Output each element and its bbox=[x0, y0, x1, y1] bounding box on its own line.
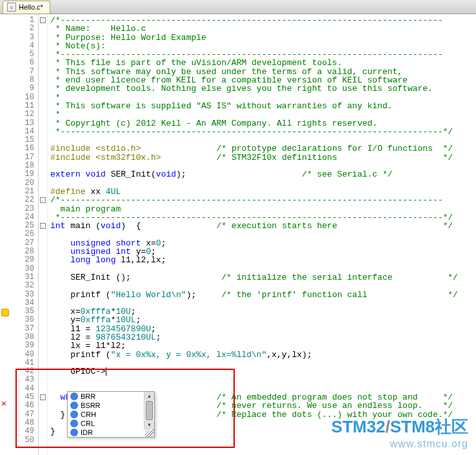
autocomplete-item[interactable]: IDR bbox=[68, 428, 154, 437]
code-editor[interactable]: 1234567891011121314151617181920212223242… bbox=[0, 14, 476, 455]
popup-scrollbar[interactable]: ▲ ▼ bbox=[144, 392, 154, 429]
scroll-up-icon[interactable]: ▲ bbox=[144, 392, 154, 400]
autocomplete-popup[interactable]: BRRBSRRCRHCRLIDR ▲ ▼ bbox=[67, 391, 155, 438]
file-tab[interactable]: c Hello.c* bbox=[3, 1, 50, 14]
error-icon: ✕ bbox=[1, 400, 9, 408]
file-icon: c bbox=[7, 3, 16, 12]
scroll-down-icon[interactable]: ▼ bbox=[144, 421, 154, 429]
autocomplete-item[interactable]: BSRR bbox=[68, 401, 154, 410]
member-icon bbox=[70, 420, 78, 427]
member-icon bbox=[70, 402, 78, 409]
scroll-thumb[interactable] bbox=[146, 401, 153, 420]
tab-bar: c Hello.c* bbox=[0, 0, 476, 14]
warning-icon bbox=[1, 309, 9, 316]
autocomplete-item[interactable]: BRR bbox=[68, 392, 154, 401]
tab-label: Hello.c* bbox=[19, 3, 43, 11]
autocomplete-item[interactable]: CRL bbox=[68, 419, 154, 428]
member-icon bbox=[70, 411, 78, 418]
resize-grip-icon[interactable] bbox=[145, 429, 154, 437]
member-icon bbox=[70, 429, 78, 436]
line-number-gutter: 1234567891011121314151617181920212223242… bbox=[0, 14, 39, 455]
autocomplete-item[interactable]: CRH bbox=[68, 410, 154, 419]
member-icon bbox=[70, 392, 78, 400]
code-area[interactable]: /*--------------------------------------… bbox=[39, 14, 476, 455]
